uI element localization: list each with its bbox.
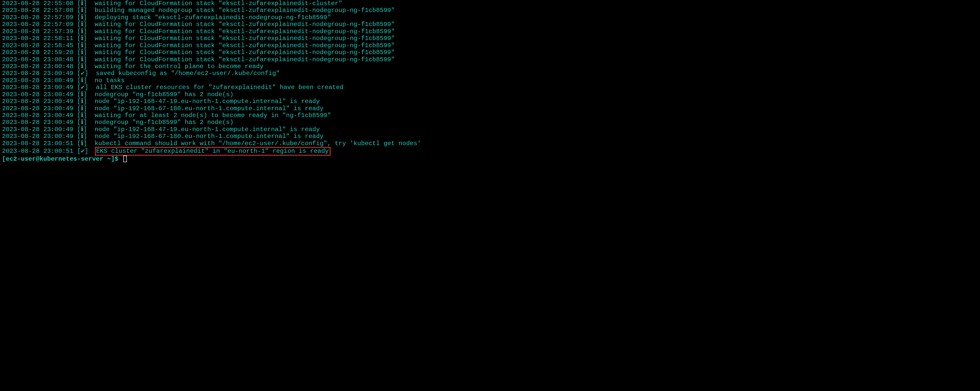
- log-timestamp: 2023-08-28 22:58:45: [2, 42, 73, 49]
- log-level: [✔]: [77, 148, 88, 154]
- log-level: [ℹ]: [77, 112, 87, 119]
- log-line: 2023-08-28 23:00:49 [ℹ] node "ip-192-168…: [2, 133, 978, 140]
- log-message: waiting for CloudFormation stack "eksctl…: [87, 42, 395, 49]
- log-timestamp: 2023-08-28 23:00:49: [2, 98, 73, 105]
- log-line: 2023-08-28 22:58:45 [ℹ] waiting for Clou…: [2, 42, 978, 49]
- log-timestamp: 2023-08-28 23:00:49: [2, 119, 73, 126]
- log-level: [ℹ]: [77, 63, 87, 70]
- cursor-icon: [123, 156, 127, 162]
- highlight-annotation: EKS cluster "zufarexplainedit" in "eu-no…: [95, 147, 331, 155]
- log-level: [ℹ]: [77, 126, 87, 133]
- log-message: deploying stack "eksctl-zufarexplainedit…: [87, 14, 331, 21]
- log-timestamp: 2023-08-28 23:00:49: [2, 91, 73, 98]
- log-level: [ℹ]: [77, 42, 87, 49]
- log-level: [ℹ]: [77, 140, 87, 147]
- prompt-at: @: [36, 156, 40, 162]
- shell-prompt[interactable]: [ec2-user@kubernetes-server ~]$: [2, 156, 978, 162]
- log-message: all EKS cluster resources for "zufarexpl…: [88, 84, 344, 91]
- prompt-open-bracket: [: [2, 156, 6, 162]
- log-level: [ℹ]: [77, 21, 87, 28]
- log-timestamp: 2023-08-28 22:58:11: [2, 35, 73, 42]
- log-timestamp: 2023-08-28 23:00:49: [2, 112, 73, 119]
- log-message: waiting for at least 2 node(s) to become…: [87, 112, 331, 119]
- log-line: 2023-08-28 23:00:51 [✔] EKS cluster "zuf…: [2, 147, 978, 155]
- log-timestamp: 2023-08-28 22:59:20: [2, 49, 73, 56]
- log-message: node "ip-192-168-67-180.eu-north-1.compu…: [87, 133, 323, 140]
- log-line: 2023-08-28 23:00:49 [ℹ] node "ip-192-168…: [2, 98, 978, 105]
- log-line: 2023-08-28 22:57:09 [ℹ] waiting for Clou…: [2, 21, 978, 28]
- log-level: [ℹ]: [77, 91, 87, 98]
- log-timestamp: 2023-08-28 23:00:48: [2, 56, 73, 63]
- log-message: EKS cluster "zufarexplainedit" in "eu-no…: [96, 148, 329, 154]
- log-timestamp: 2023-08-28 23:00:49: [2, 126, 73, 133]
- log-level: [ℹ]: [77, 7, 87, 14]
- log-line: 2023-08-28 23:00:49 [ℹ] nodegroup "ng-f1…: [2, 91, 978, 98]
- log-message: node "ip-192-168-47-19.eu-north-1.comput…: [87, 98, 320, 105]
- prompt-user: ec2-user: [6, 156, 36, 162]
- log-level: [ℹ]: [77, 119, 87, 126]
- log-message: waiting for the control plane to become …: [87, 63, 263, 70]
- log-line: 2023-08-28 22:57:39 [ℹ] waiting for Clou…: [2, 28, 978, 35]
- log-message: kubectl command should work with "/home/…: [87, 140, 421, 147]
- log-message: building managed nodegroup stack "eksctl…: [87, 7, 395, 14]
- prompt-space: [103, 156, 107, 162]
- log-level: [ℹ]: [77, 35, 87, 42]
- log-timestamp: 2023-08-28 23:00:51: [2, 148, 73, 154]
- log-timestamp: 2023-08-28 23:00:48: [2, 63, 73, 70]
- log-message: waiting for CloudFormation stack "eksctl…: [87, 56, 395, 63]
- log-message: nodegroup "ng-f1cb8599" has 2 node(s): [87, 119, 233, 126]
- log-level: [ℹ]: [77, 77, 87, 84]
- log-timestamp: 2023-08-28 23:00:51: [2, 140, 73, 147]
- log-timestamp: 2023-08-28 22:57:09: [2, 21, 73, 28]
- log-level: [ℹ]: [77, 105, 87, 112]
- log-line: 2023-08-28 22:57:08 [ℹ] building managed…: [2, 7, 978, 14]
- log-message: node "ip-192-168-47-19.eu-north-1.comput…: [87, 126, 320, 133]
- prompt-host: kubernetes-server: [40, 156, 103, 162]
- log-level: [ℹ]: [77, 49, 87, 56]
- log-line: 2023-08-28 23:00:51 [ℹ] kubectl command …: [2, 140, 978, 147]
- log-message: saved kubeconfig as "/home/ec2-user/.kub…: [88, 70, 280, 77]
- log-line: 2023-08-28 23:00:48 [ℹ] waiting for Clou…: [2, 56, 978, 63]
- log-timestamp: 2023-08-28 22:55:08: [2, 0, 73, 7]
- log-message: waiting for CloudFormation stack "eksctl…: [87, 35, 395, 42]
- log-message: no tasks: [87, 77, 124, 84]
- log-level: [ℹ]: [77, 0, 87, 7]
- log-line: 2023-08-28 23:00:49 [ℹ] waiting for at l…: [2, 112, 978, 119]
- log-line: 2023-08-28 22:57:09 [ℹ] deploying stack …: [2, 14, 978, 21]
- log-timestamp: 2023-08-28 22:57:39: [2, 28, 73, 35]
- log-message: waiting for CloudFormation stack "eksctl…: [87, 0, 342, 7]
- log-message: node "ip-192-168-67-180.eu-north-1.compu…: [87, 105, 323, 112]
- log-level: [✔]: [77, 84, 88, 91]
- log-level: [ℹ]: [77, 28, 87, 35]
- log-level: [ℹ]: [77, 133, 87, 140]
- log-message: waiting for CloudFormation stack "eksctl…: [87, 49, 395, 56]
- log-timestamp: 2023-08-28 22:57:08: [2, 7, 73, 14]
- log-message: nodegroup "ng-f1cb8599" has 2 node(s): [87, 91, 233, 98]
- log-line: 2023-08-28 23:00:48 [ℹ] waiting for the …: [2, 63, 978, 70]
- log-timestamp: 2023-08-28 22:57:09: [2, 14, 73, 21]
- log-timestamp: 2023-08-28 23:00:49: [2, 84, 73, 91]
- prompt-close-bracket: ]: [111, 156, 115, 162]
- log-message: waiting for CloudFormation stack "eksctl…: [87, 28, 395, 35]
- log-level: [ℹ]: [77, 56, 87, 63]
- prompt-symbol: $: [115, 156, 122, 162]
- log-timestamp: 2023-08-28 23:00:49: [2, 105, 73, 112]
- terminal-output[interactable]: 2023-08-28 22:55:08 [ℹ] waiting for Clou…: [0, 0, 980, 162]
- log-level: [ℹ]: [77, 14, 87, 21]
- log-message: waiting for CloudFormation stack "eksctl…: [87, 21, 395, 28]
- log-timestamp: 2023-08-28 23:00:49: [2, 133, 73, 140]
- log-line: 2023-08-28 23:00:49 [ℹ] nodegroup "ng-f1…: [2, 119, 978, 126]
- log-timestamp: 2023-08-28 23:00:49: [2, 77, 73, 84]
- log-line: 2023-08-28 23:00:49 [ℹ] no tasks: [2, 77, 978, 84]
- log-line: 2023-08-28 22:59:20 [ℹ] waiting for Clou…: [2, 49, 978, 56]
- log-line: 2023-08-28 23:00:49 [✔] saved kubeconfig…: [2, 70, 978, 77]
- log-timestamp: 2023-08-28 23:00:49: [2, 70, 73, 77]
- log-line: 2023-08-28 23:00:49 [✔] all EKS cluster …: [2, 84, 978, 91]
- log-line: 2023-08-28 22:55:08 [ℹ] waiting for Clou…: [2, 0, 978, 7]
- log-line: 2023-08-28 23:00:49 [ℹ] node "ip-192-168…: [2, 105, 978, 112]
- prompt-path: ~: [107, 156, 111, 162]
- log-line: 2023-08-28 22:58:11 [ℹ] waiting for Clou…: [2, 35, 978, 42]
- log-level: [✔]: [77, 70, 88, 77]
- log-line: 2023-08-28 23:00:49 [ℹ] node "ip-192-168…: [2, 126, 978, 133]
- log-level: [ℹ]: [77, 98, 87, 105]
